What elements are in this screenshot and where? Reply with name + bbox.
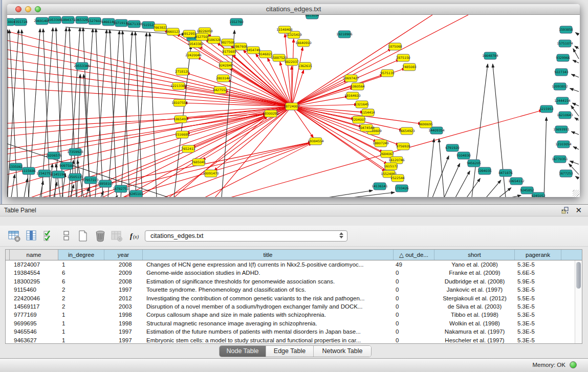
- network-node[interactable]: 8912955: [182, 30, 197, 37]
- network-node[interactable]: 12093832: [552, 83, 568, 90]
- network-node[interactable]: 9827508: [221, 39, 235, 46]
- network-node[interactable]: 12103054: [555, 141, 572, 148]
- tab-node-table[interactable]: Node Table: [220, 346, 266, 357]
- network-node[interactable]: 18807249: [373, 140, 389, 147]
- network-node[interactable]: 8822037: [285, 58, 299, 65]
- network-node[interactable]: 2204007: [352, 116, 366, 123]
- table-selector-dropdown[interactable]: citations_edges.txt: [145, 230, 347, 242]
- network-node[interactable]: 19218906: [336, 31, 353, 38]
- network-node[interactable]: 20206576: [46, 152, 62, 159]
- network-node[interactable]: 1060564: [351, 83, 365, 90]
- window-titlebar[interactable]: citations_edges.txt: [7, 4, 580, 15]
- network-node[interactable]: 9175685: [222, 48, 236, 55]
- network-node[interactable]: 11548408: [276, 26, 293, 33]
- network-node[interactable]: 7652413: [181, 145, 195, 152]
- network-node[interactable]: 12213389: [170, 82, 187, 90]
- network-node[interactable]: 15693931: [553, 126, 570, 133]
- network-node[interactable]: 1516689: [175, 131, 189, 138]
- network-node[interactable]: 10543382: [187, 40, 204, 48]
- scrollbar-thumb[interactable]: [576, 262, 581, 289]
- tab-network-table[interactable]: Network Table: [314, 346, 371, 357]
- column-header-name[interactable]: name: [10, 250, 58, 260]
- network-node[interactable]: 7663822: [153, 24, 167, 31]
- network-node[interactable]: 1733426: [395, 185, 409, 192]
- network-node[interactable]: 16654923: [399, 127, 415, 135]
- network-node[interactable]: 1865497: [173, 116, 188, 123]
- new-column-icon[interactable]: [76, 229, 90, 243]
- column-header-title[interactable]: title: [143, 250, 394, 260]
- table-row[interactable]: 977716911998Corpus callosum shape and si…: [6, 311, 582, 319]
- network-node[interactable]: 18724007: [284, 103, 300, 110]
- network-node[interactable]: 1527602: [88, 17, 102, 25]
- network-node[interactable]: 2522544: [390, 174, 405, 182]
- table-row[interactable]: 1456911722003Disruption of a novel membe…: [6, 302, 582, 311]
- network-node[interactable]: 2718120: [175, 68, 189, 75]
- network-node[interactable]: 1615172: [384, 163, 398, 170]
- network-node[interactable]: 20553346: [74, 62, 90, 70]
- table-row[interactable]: 1872400712008Changes of HCN gene express…: [6, 260, 582, 269]
- network-node[interactable]: 9242848: [219, 62, 233, 69]
- network-node[interactable]: 18300295: [263, 110, 279, 117]
- network-node[interactable]: 12342757: [36, 170, 53, 177]
- network-node[interactable]: 1335061: [9, 163, 23, 170]
- function-builder-icon[interactable]: f(x): [128, 229, 142, 243]
- network-node[interactable]: 9245052: [531, 192, 546, 197]
- table-row[interactable]: 946362711997Embryonic stem cells: a mode…: [6, 336, 582, 344]
- network-node[interactable]: 9329966: [556, 54, 570, 61]
- network-node[interactable]: 4355724: [13, 18, 28, 26]
- network-node[interactable]: 8813054: [305, 15, 319, 19]
- close-panel-icon[interactable]: ✕: [575, 206, 582, 214]
- network-node[interactable]: 9245103: [129, 190, 143, 197]
- network-node[interactable]: 1053309: [48, 16, 62, 24]
- resize-grip-icon[interactable]: [573, 190, 579, 196]
- column-header-in_degree[interactable]: in_degree: [58, 250, 104, 260]
- network-node[interactable]: 1552760: [229, 18, 244, 26]
- column-check-icon[interactable]: [42, 229, 56, 243]
- column-header-pagerank[interactable]: pagerank: [515, 250, 561, 260]
- table-row[interactable]: 1938455462009Genome-wide association stu…: [6, 269, 582, 277]
- network-node[interactable]: 1321645: [355, 101, 369, 108]
- table-row[interactable]: 1830029562008Estimation of significance …: [6, 277, 582, 286]
- column-header-year[interactable]: year: [104, 250, 143, 260]
- network-node[interactable]: 15751074: [557, 40, 573, 47]
- network-node[interactable]: 9097588: [59, 162, 74, 169]
- network-node[interactable]: 1677253: [559, 170, 573, 177]
- network-node[interactable]: 16648784: [482, 52, 498, 59]
- network-node[interactable]: 16782751: [113, 185, 129, 192]
- column-header-out_de[interactable]: △ out_de...: [394, 250, 434, 260]
- network-node[interactable]: 9575135: [380, 70, 395, 77]
- network-node[interactable]: 7685045: [191, 159, 206, 166]
- network-node[interactable]: 1115686: [21, 167, 36, 174]
- network-node[interactable]: 8427552: [213, 86, 227, 94]
- network-node[interactable]: 16640910: [295, 39, 312, 47]
- network-node[interactable]: 6791920: [445, 144, 460, 151]
- network-node[interactable]: 9456205: [467, 160, 481, 167]
- select-columns-icon[interactable]: [25, 229, 39, 243]
- network-node[interactable]: 16210643: [557, 112, 573, 119]
- table-scrollbar[interactable]: [575, 260, 582, 343]
- network-node[interactable]: 9756928: [396, 143, 410, 150]
- network-node[interactable]: 1593858: [559, 26, 573, 33]
- network-node[interactable]: 1094035: [477, 167, 492, 174]
- network-node[interactable]: 9245852: [520, 187, 534, 194]
- network-node[interactable]: 18107558: [171, 99, 188, 106]
- network-node[interactable]: 16958107: [97, 180, 114, 187]
- network-node[interactable]: 8471876: [498, 169, 513, 177]
- network-node[interactable]: 12505135: [67, 173, 83, 181]
- network-node[interactable]: 8215953: [539, 105, 554, 113]
- network-node[interactable]: 2803144: [216, 75, 230, 82]
- network-node[interactable]: 10091470: [203, 170, 219, 177]
- network-node[interactable]: 12444154: [554, 97, 571, 104]
- table-mode-icon[interactable]: [7, 229, 21, 243]
- network-node[interactable]: 8660123: [166, 28, 180, 35]
- network-node[interactable]: 7485083: [402, 63, 417, 71]
- network-node[interactable]: 18164610: [344, 92, 361, 99]
- network-node[interactable]: 1875068: [388, 43, 402, 50]
- network-node[interactable]: 19384554: [308, 138, 324, 145]
- network-node[interactable]: 8186328: [207, 36, 221, 43]
- network-node[interactable]: 17359928: [67, 148, 83, 156]
- network-node[interactable]: 1362615: [298, 62, 312, 70]
- delete-trash-icon[interactable]: [93, 229, 107, 243]
- network-node[interactable]: 1154414: [361, 109, 375, 116]
- network-node[interactable]: 9104830: [456, 152, 471, 159]
